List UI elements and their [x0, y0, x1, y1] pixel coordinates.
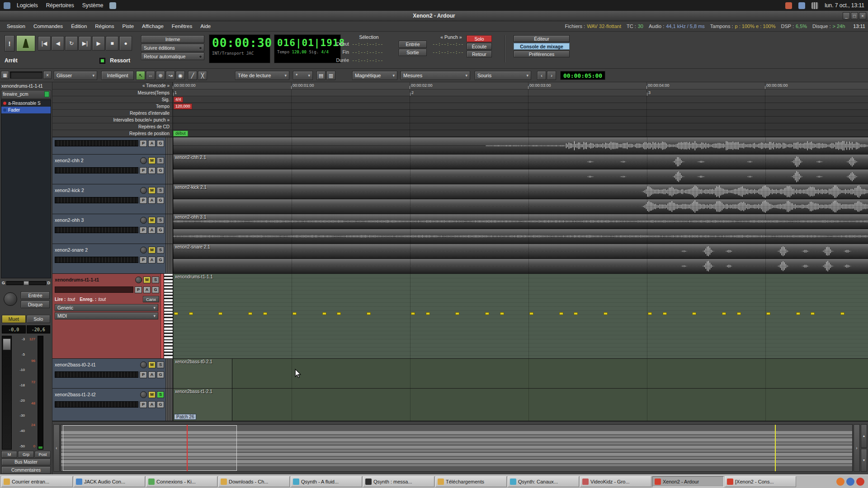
midi-note[interactable]	[455, 312, 459, 315]
track-mute-button[interactable]: M	[148, 157, 156, 164]
track-gain-bar[interactable]	[55, 257, 138, 263]
midi-note[interactable]	[692, 312, 696, 315]
ruler-canvas[interactable]: 00:00:00:0000:00:01:0000:00:02:0000:00:0…	[173, 82, 868, 137]
midi-note[interactable]	[322, 312, 326, 315]
punch-value[interactable]: --:--:--:--	[432, 49, 464, 55]
midi-note[interactable]	[292, 312, 297, 315]
midi-note[interactable]	[529, 312, 533, 315]
track-gain-bar[interactable]	[55, 197, 138, 203]
processor-item[interactable]: a-Reasonable S	[1, 100, 51, 107]
record-arm-button[interactable]	[140, 391, 147, 398]
track-header[interactable]: xenon2-ohh 3MSPAG	[52, 214, 173, 244]
sync-source-select[interactable]: Interne	[141, 35, 204, 43]
punch-in-button[interactable]: Entrée	[399, 41, 427, 48]
audio-lane[interactable]	[173, 169, 868, 184]
editeur-window-button[interactable]: Éditeur	[514, 35, 570, 42]
menu-commandes[interactable]: Commandes	[29, 23, 67, 30]
task-button-telechargements[interactable]: Téléchargements	[435, 476, 507, 487]
desktop-menu-repertoires[interactable]: Répertoires	[46, 2, 74, 9]
ruler-bars[interactable]: 123	[173, 89, 868, 96]
track-header[interactable]: xenon2bass-t1-2-t2MSPAG	[52, 389, 173, 421]
desktop-menu-systeme[interactable]: Système	[82, 2, 104, 9]
track-name-label[interactable]: xenon2bass-t0-2-t1	[55, 362, 139, 367]
transport-rewind-button[interactable]: ◀	[52, 36, 64, 51]
ruler-range[interactable]	[173, 110, 868, 117]
track-solo-button[interactable]: S	[157, 247, 164, 253]
track-mute-button[interactable]: M	[148, 391, 156, 398]
midi-note[interactable]	[337, 312, 341, 315]
strip-mute-button[interactable]: Muet	[2, 315, 26, 323]
ruler-cd[interactable]	[173, 123, 868, 130]
playlist-button[interactable]: P	[140, 257, 147, 263]
range-tool-button[interactable]: ⇔	[146, 71, 155, 80]
gain-display[interactable]: -0,0	[2, 325, 26, 333]
track-solo-button[interactable]: S	[157, 217, 164, 224]
applications-icon[interactable]	[4, 2, 10, 9]
summary-scroll-right[interactable]: ›	[854, 424, 860, 472]
note-length-select[interactable]: * ▾	[293, 71, 313, 80]
track-resize-grip[interactable]	[165, 155, 173, 184]
snap-unit-select[interactable]: Mesures ▾	[401, 71, 470, 80]
midi-note[interactable]	[485, 312, 489, 315]
midi-note[interactable]	[663, 312, 667, 315]
track-header[interactable]: xenon2-kick 2MSPAG	[52, 184, 173, 214]
track-solo-button[interactable]: S	[157, 391, 164, 398]
menu-affichage[interactable]: Affichage	[138, 23, 168, 30]
audio-lane[interactable]: xenon2-snare 2.1	[173, 244, 868, 258]
task-button-qsynth-canaux[interactable]: Qsynth: Canaux...	[508, 476, 579, 487]
punch-record-button[interactable]: !	[5, 35, 14, 52]
strip-menu-button[interactable]: ▦	[1, 71, 9, 79]
track-lane[interactable]: xenon2bass-t0-2.1	[173, 359, 868, 388]
track-mute-button[interactable]: M	[148, 361, 156, 368]
track-name-label[interactable]: xenondrums-t1-1-t1	[55, 277, 134, 282]
transport-play-button[interactable]: ▶	[92, 36, 105, 51]
playlist-button[interactable]: P	[140, 227, 147, 234]
output-button[interactable]: Bus Master	[1, 459, 51, 465]
midi-channel-button[interactable]: Canx	[143, 296, 159, 302]
monitor-input-button[interactable]: Entrée	[21, 291, 50, 299]
input-button[interactable]: firewire_pcm	[1, 90, 51, 99]
track-lane[interactable]	[173, 137, 868, 154]
gain-fader[interactable]	[2, 336, 12, 450]
ruler-sig[interactable]: 4/4	[173, 96, 868, 103]
record-arm-button[interactable]	[140, 187, 147, 194]
transport-stop-button[interactable]: ■	[106, 36, 118, 51]
menu-regions[interactable]: Régions	[91, 23, 118, 30]
midi-note[interactable]	[737, 312, 741, 315]
follow-edits-toggle[interactable]: Suivre éditions	[141, 44, 204, 52]
selection-duree-value[interactable]: --:--:--:--	[352, 57, 383, 63]
midi-region-lane[interactable]: xenondrums-t1-1.1	[173, 274, 868, 358]
track-gain-bar[interactable]	[55, 227, 138, 233]
track-gain-bar[interactable]	[55, 286, 133, 293]
task-button-courrier-entran[interactable]: Courrier entran...	[1, 476, 73, 487]
midi-note[interactable]	[189, 312, 193, 315]
midi-note[interactable]	[426, 312, 430, 315]
midi-note[interactable]	[263, 312, 267, 315]
summary-scroll-down[interactable]: ▼	[861, 449, 867, 472]
processor-list[interactable]: a-Reasonable SFader	[1, 99, 51, 278]
punch-out-button[interactable]: Sortie	[399, 49, 427, 56]
desktop-menu-logiciels[interactable]: Logiciels	[17, 2, 38, 9]
ruler-tempo[interactable]: 120,000	[173, 103, 868, 110]
record-arm-button[interactable]	[140, 247, 147, 253]
record-arm-button[interactable]	[135, 277, 142, 283]
audio-lane[interactable]	[173, 259, 868, 273]
midi-note[interactable]	[648, 312, 652, 315]
auto-return-toggle[interactable]: Retour automatique	[141, 52, 204, 60]
group-button[interactable]: G	[157, 227, 164, 234]
automation-button[interactable]: A	[148, 257, 156, 263]
task-button-connexions-ki[interactable]: Connexions - Ki...	[146, 476, 217, 487]
track-resize-grip[interactable]	[165, 389, 173, 421]
midi-rec-value[interactable]: tout	[98, 297, 106, 302]
display-icon[interactable]	[109, 2, 116, 9]
automation-button[interactable]: A	[148, 227, 156, 234]
task-button-xenon2-cons[interactable]: [Xenon2 - Cons...	[725, 476, 796, 487]
automation-button[interactable]: A	[148, 197, 156, 204]
firefox-tray-icon[interactable]	[836, 478, 844, 486]
selection-debut-value[interactable]: --:--:--:--	[352, 41, 383, 47]
menu-piste[interactable]: Piste	[118, 23, 138, 30]
audio-lane[interactable]	[173, 229, 868, 244]
monitor-disk-button[interactable]: Disque	[21, 300, 50, 308]
track-resize-grip[interactable]	[165, 244, 173, 273]
alert-tray-icon[interactable]	[856, 478, 864, 486]
